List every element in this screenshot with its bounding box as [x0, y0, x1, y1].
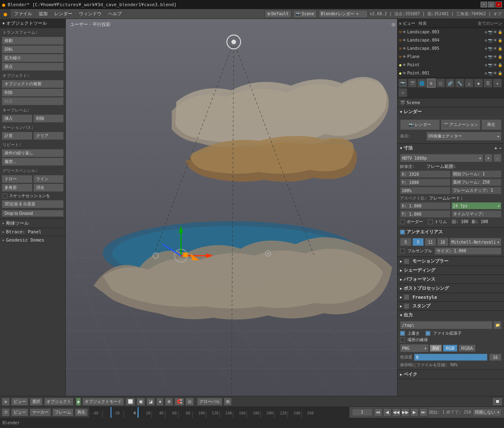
maximize-button[interactable]: □: [488, 2, 495, 7]
add-preset-button[interactable]: +: [484, 154, 492, 162]
frame-start-field[interactable]: 開始フレーム: 1: [451, 170, 502, 178]
full-sample-checkbox[interactable]: [400, 249, 405, 254]
tab-render-active[interactable]: ⚙: [427, 79, 436, 88]
color-depth-8-field[interactable]: 8: [414, 354, 488, 361]
overwrite-checkbox[interactable]: ✓: [400, 331, 405, 336]
rotate-button[interactable]: 回転: [2, 45, 64, 54]
drop-to-ground-button[interactable]: Drop to Ground: [2, 210, 64, 217]
item-vis-icon[interactable]: 👁: [493, 55, 497, 59]
timeline-type-icon[interactable]: ⏱: [2, 408, 10, 416]
item-render-icon[interactable]: 📷: [488, 30, 492, 34]
minus-icon[interactable]: -: [499, 145, 502, 151]
layers-button[interactable]: ⊞: [224, 398, 232, 406]
insert-keyframe-button[interactable]: 挿入: [2, 114, 32, 123]
output-section-header[interactable]: ▼ 出力: [398, 311, 504, 319]
timeline-marker-button[interactable]: マーカー: [30, 408, 51, 416]
close-button[interactable]: ✕: [495, 2, 502, 7]
layout-selector[interactable]: ⊞ Default: [265, 10, 291, 18]
current-frame-field[interactable]: 1: [352, 409, 372, 416]
item-render-icon[interactable]: 📷: [488, 47, 492, 51]
trim-checkbox[interactable]: [428, 219, 433, 224]
menu-add[interactable]: 追加: [35, 9, 51, 19]
item-vis-icon[interactable]: 👁: [493, 38, 497, 42]
tab-material[interactable]: ◆: [474, 79, 483, 88]
view-menu-button[interactable]: ビュー: [11, 398, 28, 406]
res-percent-field[interactable]: 100%: [400, 187, 451, 194]
timeline-frame-button[interactable]: フレーム: [52, 408, 74, 416]
prev-frame-button[interactable]: ◀: [383, 408, 391, 416]
duplicate-button[interactable]: オブジェクトの複製: [2, 80, 64, 88]
tab-object[interactable]: □: [436, 79, 445, 88]
item-vis-icon[interactable]: 👁: [493, 47, 497, 51]
btrace-section[interactable]: ▶ Btrace: Panel: [0, 228, 65, 236]
freestyle-header[interactable]: ▶ Freestyle: [398, 293, 504, 301]
viewport-shading-btn2[interactable]: ▣: [136, 398, 145, 406]
file-ext-checkbox[interactable]: ✓: [425, 331, 430, 336]
rgba-button[interactable]: RGBA: [458, 344, 476, 352]
menu-window[interactable]: ウィンドウ: [76, 9, 105, 19]
viewport-shading-btn4[interactable]: ●: [156, 398, 164, 406]
aspect-y-field[interactable]: Y: 1.000: [400, 210, 451, 218]
placeholders-checkbox[interactable]: [400, 337, 405, 342]
remove-preset-button[interactable]: -: [493, 154, 502, 162]
aspect-x-field[interactable]: X: 1.000: [400, 202, 451, 209]
browse-output-button[interactable]: 📁: [493, 321, 502, 329]
tab-world[interactable]: 🌐: [417, 79, 426, 88]
outliner-item-plane[interactable]: ▽ 👁 Plane ⚙ 📷 👁 🔒: [398, 53, 504, 61]
timeline-view-button[interactable]: ビュー: [11, 408, 28, 416]
scene-selector[interactable]: 📷 Scene: [293, 10, 317, 18]
item-lock-icon[interactable]: 🔒: [498, 63, 502, 67]
format-dropdown[interactable]: PNG ▾: [400, 344, 429, 352]
menu-help[interactable]: ヘルプ: [105, 9, 125, 19]
color-depth-16-field[interactable]: 16: [489, 354, 502, 361]
item-link-icon[interactable]: ⚙: [485, 71, 487, 75]
bw-button[interactable]: BW: [430, 344, 442, 352]
aa-11-button[interactable]: 11: [425, 238, 436, 246]
delete-keyframe-button[interactable]: 削除: [33, 114, 64, 123]
outliner-view-label[interactable]: ビュー: [403, 21, 415, 26]
motion-blur-header[interactable]: ▶ モーションブラー: [398, 257, 504, 265]
snap-button[interactable]: 🧲: [174, 398, 184, 406]
frame-end-field[interactable]: 最終フレーム: 250: [451, 179, 502, 186]
item-vis-icon[interactable]: 👁: [493, 63, 497, 67]
border-checkbox[interactable]: [400, 219, 405, 224]
render-button[interactable]: 📷 レンダー: [400, 119, 440, 130]
tab-particles[interactable]: ✦: [493, 79, 502, 88]
res-x-field[interactable]: X: 1920: [400, 170, 451, 178]
timeline-ruler[interactable]: -40 -20 0 20 40 60 80 100 120 140 160 18…: [90, 407, 349, 418]
select-menu-button[interactable]: 選択: [30, 398, 43, 406]
aa-checkbox[interactable]: ✓: [400, 230, 405, 235]
outliner-item-landscape003[interactable]: ▽ 👁 Landscape.003 ⚙ 📷 👁 🔒: [398, 28, 504, 36]
tab-constraints[interactable]: 🔗: [446, 79, 455, 88]
item-render-icon[interactable]: 📷: [488, 71, 492, 75]
outliner-item-point[interactable]: ● 👁 Point ⚙ 📷 👁 🔒: [398, 61, 504, 69]
viewport[interactable]: ユーザー・平行投影 ⊕: [66, 19, 397, 396]
tab-texture[interactable]: 🗒: [483, 79, 492, 88]
frame-step-field[interactable]: フレームステップ: 1: [451, 187, 502, 194]
item-lock-icon[interactable]: 🔒: [498, 55, 502, 59]
jump-start-button[interactable]: ⏮: [374, 408, 382, 416]
sync-dropdown[interactable]: 同期しない ▾: [473, 409, 502, 416]
item-link-icon[interactable]: ⚙: [485, 55, 487, 59]
viewport-shading-btn1[interactable]: ⬜: [125, 398, 135, 406]
3d-ruler-button[interactable]: 3D定規 & 分度器: [2, 200, 64, 208]
play-button[interactable]: 再生: [481, 119, 502, 130]
global-button[interactable]: グローバル: [197, 398, 222, 406]
aa-8-button[interactable]: 8: [412, 238, 424, 246]
pivot-button[interactable]: ⊕: [165, 398, 173, 406]
blender-menu-icon[interactable]: ●: [0, 9, 11, 19]
item-render-icon[interactable]: 📷: [488, 63, 492, 67]
fps-field[interactable]: 24 fps ▾: [451, 202, 502, 209]
item-link-icon[interactable]: ⚙: [485, 63, 487, 67]
item-lock-icon[interactable]: 🔒: [498, 47, 502, 51]
item-link-icon[interactable]: ⚙: [485, 30, 487, 34]
delete-button[interactable]: 削除: [2, 88, 64, 97]
performance-header[interactable]: ▶ パフォーマンス: [398, 275, 504, 284]
aa-5-button[interactable]: 5: [400, 238, 412, 246]
aa-section-header[interactable]: ✓ アンチエイリアス: [398, 228, 504, 236]
timeline-play-button[interactable]: 再生: [75, 408, 88, 416]
viewport-corner-widget[interactable]: ⊕: [391, 21, 395, 28]
shading-header[interactable]: ▶ シェーディング: [398, 266, 504, 274]
res-y-field[interactable]: Y: 1080: [400, 179, 451, 186]
item-lock-icon[interactable]: 🔒: [498, 71, 502, 75]
